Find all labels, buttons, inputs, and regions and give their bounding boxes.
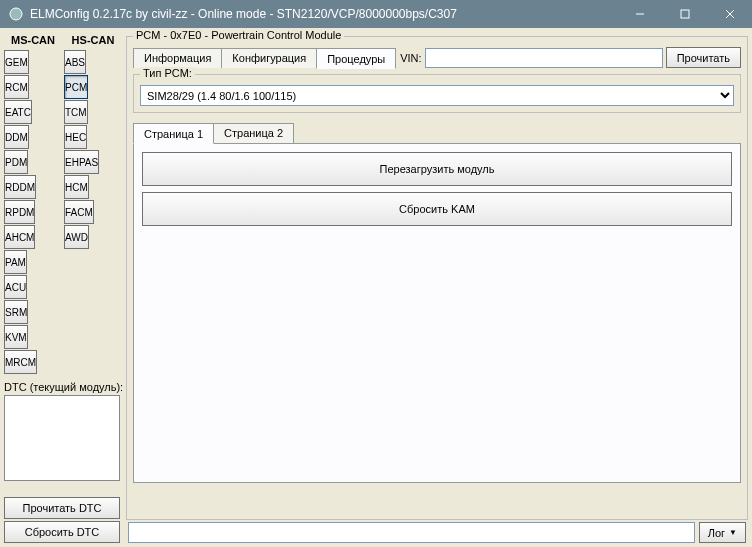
pcm-type-select[interactable]: SIM28/29 (1.4 80/1.6 100/115) <box>140 85 734 106</box>
reset-dtc-button[interactable]: Сбросить DTC <box>4 521 120 543</box>
tab-procedures[interactable]: Процедуры <box>316 48 396 69</box>
module-srm[interactable]: SRM <box>4 300 28 324</box>
reload-module-button[interactable]: Перезагрузить модуль <box>142 152 732 186</box>
module-mrcm[interactable]: MRCM <box>4 350 37 374</box>
svg-point-0 <box>10 8 22 20</box>
module-pdm[interactable]: PDM <box>4 150 28 174</box>
module-ehpas[interactable]: EHPAS <box>64 150 99 174</box>
app-icon <box>8 6 24 22</box>
tab-page2[interactable]: Страница 2 <box>213 123 294 143</box>
reset-kam-button[interactable]: Сбросить KAM <box>142 192 732 226</box>
procedures-panel: Перезагрузить модуль Сбросить KAM <box>133 143 741 483</box>
hs-can-header: HS-CAN <box>64 32 122 50</box>
read-dtc-button[interactable]: Прочитать DTC <box>4 497 120 519</box>
module-kvm[interactable]: KVM <box>4 325 28 349</box>
dtc-listbox[interactable] <box>4 395 120 481</box>
log-button-label: Лог <box>708 527 725 539</box>
ms-can-header: MS-CAN <box>4 32 62 50</box>
pcm-group-title: PCM - 0x7E0 - Powertrain Control Module <box>133 29 344 41</box>
tab-config[interactable]: Конфигурация <box>221 48 317 68</box>
module-rddm[interactable]: RDDM <box>4 175 36 199</box>
module-gem[interactable]: GEM <box>4 50 29 74</box>
log-button[interactable]: Лог <box>699 522 746 543</box>
module-ddm[interactable]: DDM <box>4 125 29 149</box>
tab-info[interactable]: Информация <box>133 48 222 68</box>
module-awd[interactable]: AWD <box>64 225 89 249</box>
module-rpdm[interactable]: RPDM <box>4 200 35 224</box>
module-abs[interactable]: ABS <box>64 50 86 74</box>
page-tabs: Страница 1 Страница 2 <box>133 123 741 143</box>
vin-input[interactable] <box>425 48 663 68</box>
module-ahcm[interactable]: AHCM <box>4 225 35 249</box>
pcm-type-label: Тип PCM: <box>140 67 195 79</box>
main-tabs: Информация Конфигурация Процедуры <box>133 48 395 68</box>
module-rcm[interactable]: RCM <box>4 75 29 99</box>
module-hec[interactable]: HEC <box>64 125 87 149</box>
module-eatc[interactable]: EATC <box>4 100 32 124</box>
module-tcm[interactable]: TCM <box>64 100 88 124</box>
tab-page1[interactable]: Страница 1 <box>133 123 214 144</box>
close-button[interactable] <box>707 0 752 28</box>
read-vin-button[interactable]: Прочитать <box>666 47 741 68</box>
module-hcm[interactable]: HCM <box>64 175 89 199</box>
window-title: ELMConfig 0.2.17c by civil-zz - Online m… <box>30 7 617 21</box>
pcm-groupbox: PCM - 0x7E0 - Powertrain Control Module … <box>126 36 748 520</box>
svg-rect-2 <box>681 10 689 18</box>
module-acu[interactable]: ACU <box>4 275 27 299</box>
vin-label: VIN: <box>400 52 421 64</box>
window-titlebar: ELMConfig 0.2.17c by civil-zz - Online m… <box>0 0 752 28</box>
dtc-label: DTC (текущий модуль): <box>4 379 124 395</box>
module-pcm[interactable]: PCM <box>64 75 88 99</box>
minimize-button[interactable] <box>617 0 662 28</box>
module-pam[interactable]: PAM <box>4 250 27 274</box>
maximize-button[interactable] <box>662 0 707 28</box>
module-facm[interactable]: FACM <box>64 200 94 224</box>
status-field <box>128 522 695 543</box>
